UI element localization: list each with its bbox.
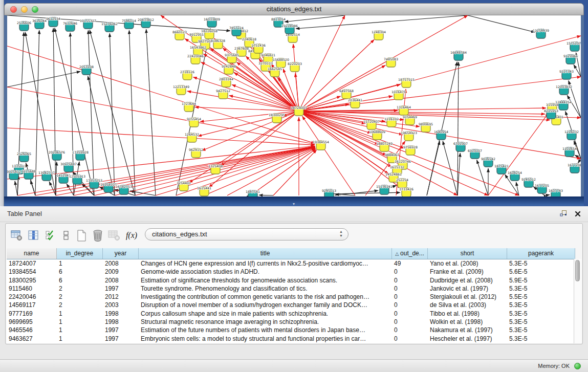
network-window-titlebar[interactable]: citations_edges.txt	[4, 3, 584, 15]
table-cell[interactable]: 9465546	[7, 326, 57, 334]
table-cell[interactable]: Disruption of a novel member of a sodium…	[139, 301, 392, 309]
table-cell[interactable]: de Silva et al. (2003)	[428, 301, 507, 309]
table-cell[interactable]: 14569117	[7, 301, 57, 309]
graph-edge[interactable]	[299, 77, 581, 111]
table-cell[interactable]: 2008	[103, 259, 139, 268]
table-cell[interactable]: 18724007	[7, 259, 57, 268]
network-window[interactable]: citations_edges.txt 18724007193845541830…	[4, 3, 584, 206]
float-window-icon[interactable]	[560, 210, 568, 219]
graph-edge[interactable]	[7, 71, 80, 87]
row-height-icon[interactable]	[59, 228, 73, 243]
table-cell[interactable]: Jankovic et al. (1997)	[428, 285, 507, 293]
table-cell[interactable]: 9115460	[7, 285, 57, 293]
graph-edge[interactable]	[427, 141, 440, 195]
graph-edge[interactable]	[56, 162, 57, 195]
table-cell[interactable]: Investigating the contribution of common…	[139, 293, 392, 301]
graph-edge[interactable]	[129, 30, 135, 195]
graph-edge[interactable]	[204, 148, 315, 195]
table-row[interactable]: 1938455462009Genome-wide association stu…	[7, 268, 575, 276]
graph-edge[interactable]	[458, 62, 459, 195]
table-cell[interactable]: Nakamura et al. (1997)	[428, 326, 507, 334]
memory-status-indicator[interactable]	[574, 363, 581, 369]
graph-edge[interactable]	[146, 29, 156, 195]
function-builder-icon[interactable]: f(x)	[124, 228, 139, 243]
table-cell[interactable]: 2	[57, 293, 103, 301]
table-cell[interactable]: 2003	[103, 301, 139, 309]
table-cell[interactable]: 0	[392, 268, 428, 276]
table-cell[interactable]: Dudbridge et al. (2008)	[428, 276, 507, 285]
graph-edge[interactable]	[135, 147, 315, 195]
table-row[interactable]: 946362711997Embryonic stem cells: a mode…	[7, 335, 575, 343]
table-cell[interactable]: 5.9E-5	[507, 276, 575, 285]
table-cell[interactable]: 0	[392, 276, 428, 285]
table-cell[interactable]: 2	[57, 301, 103, 309]
table-cell[interactable]: 5.3E-5	[507, 285, 575, 293]
table-cell[interactable]: 1998	[103, 310, 139, 318]
minimize-window-button[interactable]	[21, 6, 28, 13]
table-cell[interactable]: 2008	[103, 276, 139, 285]
graph-edge[interactable]	[567, 95, 581, 118]
table-cell[interactable]: 1998	[103, 318, 139, 326]
graph-edge[interactable]	[15, 181, 17, 195]
graph-edge[interactable]	[110, 33, 115, 195]
graph-edge[interactable]	[299, 111, 458, 195]
table-cell[interactable]: Tourette syndrome. Phenomenology and cla…	[139, 285, 392, 293]
graph-edge[interactable]	[443, 141, 458, 195]
graph-edge[interactable]	[53, 28, 56, 195]
table-cell[interactable]: 5.3E-5	[507, 310, 575, 318]
table-cell[interactable]: 1997	[103, 335, 139, 343]
graph-edge[interactable]	[578, 159, 581, 163]
table-row[interactable]: 977716911998Corpus callosum shape and si…	[7, 310, 575, 318]
table-selector-dropdown[interactable]: citations_edges.txt ▲▼	[145, 228, 349, 240]
table-cell[interactable]: 0	[392, 318, 428, 326]
table-cell[interactable]: 1997	[103, 285, 139, 293]
table-cell[interactable]: 0	[392, 310, 428, 318]
new-table-icon[interactable]	[74, 228, 89, 243]
table-cell[interactable]: Corpus callosum shape and size in male p…	[139, 310, 392, 318]
graph-edge[interactable]	[468, 15, 535, 32]
table-cell[interactable]: Hescheler et al. (1997)	[428, 335, 507, 343]
table-cell[interactable]: 5.3E-5	[507, 318, 575, 326]
table-cell[interactable]: Genome-wide association studies in ADHD.	[139, 268, 392, 276]
column-header-short[interactable]: short	[428, 248, 507, 259]
table-cell[interactable]: 6	[57, 268, 103, 276]
table-cell[interactable]: 5.6E-5	[507, 268, 575, 276]
column-header-name[interactable]: name	[7, 248, 57, 259]
table-cell[interactable]: 0	[392, 285, 428, 293]
table-settings-icon[interactable]	[10, 228, 24, 243]
column-header-year[interactable]: year	[103, 248, 139, 259]
table-row[interactable]: 1830029562008Estimation of significance …	[7, 276, 575, 285]
table-cell[interactable]: 5.3E-5	[507, 326, 575, 334]
table-vertical-scrollbar[interactable]	[574, 259, 581, 343]
graph-edge[interactable]	[90, 30, 135, 195]
table-cell[interactable]: 2012	[103, 293, 139, 301]
column-header-pagerank[interactable]: pagerank	[507, 248, 575, 259]
graph-edge[interactable]	[488, 113, 549, 195]
table-cell[interactable]: 22420046	[7, 293, 57, 301]
table-row[interactable]: 2242004622012Investigating the contribut…	[7, 293, 575, 301]
graph-edge[interactable]	[544, 194, 545, 195]
graph-edge[interactable]	[299, 36, 581, 111]
network-graph[interactable]: 1872400719384554183002958660123891295518…	[7, 15, 581, 196]
table-row[interactable]: 946554611997Estimation of the future num…	[7, 326, 575, 334]
table-cell[interactable]: 5.5E-5	[507, 293, 575, 301]
table-row[interactable]: 1456911722003Disruption of a novel membe…	[7, 301, 575, 309]
table-cell[interactable]: 1	[57, 318, 103, 326]
table-cell[interactable]: Changes of HCN gene expression and I(f) …	[139, 259, 392, 268]
table-cell[interactable]: Stergiakouli et al. (2012)	[428, 293, 507, 301]
column-header-title[interactable]: title	[139, 248, 392, 259]
select-rows-icon[interactable]	[43, 228, 58, 243]
table-cell[interactable]: 0	[392, 326, 428, 334]
table-cell[interactable]: 1	[57, 259, 103, 268]
graph-edge[interactable]	[293, 44, 299, 111]
table-row[interactable]: 1872400712008Changes of HCN gene express…	[7, 259, 575, 268]
table-cell[interactable]: Estimation of significance thresholds fo…	[139, 276, 392, 285]
graph-edge[interactable]	[88, 30, 94, 195]
table-cell[interactable]: 2	[57, 285, 103, 293]
table-cell[interactable]: 1	[57, 326, 103, 334]
table-cell[interactable]: 2009	[103, 268, 139, 276]
panel-splitter-handle[interactable]: ▾	[290, 202, 297, 206]
table-cell[interactable]: Structural magnetic resonance image aver…	[139, 318, 392, 326]
graph-edge[interactable]	[285, 15, 345, 22]
table-cell[interactable]: 5.3E-5	[507, 301, 575, 309]
